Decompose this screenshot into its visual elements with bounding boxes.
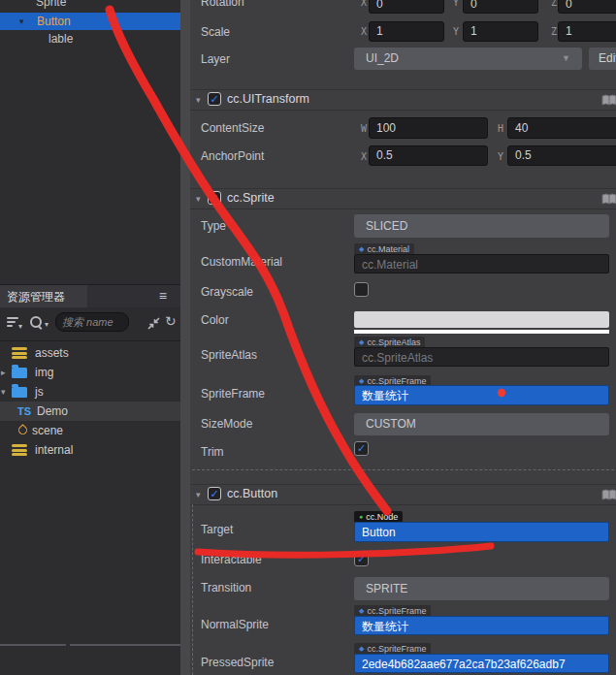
button-enabled-checkbox[interactable]: ✓ bbox=[208, 487, 221, 500]
diamond-icon: ◆ bbox=[359, 607, 364, 614]
asset-item-js[interactable]: ▾ js bbox=[0, 382, 180, 402]
contentsize-label: ContentSize bbox=[201, 121, 264, 135]
grayscale-checkbox[interactable] bbox=[354, 282, 369, 297]
asset-item-scene[interactable]: scene bbox=[0, 421, 180, 440]
contentsize-h-input[interactable]: 40 bbox=[507, 117, 616, 139]
expand-arrow-icon[interactable]: ▸ bbox=[1, 363, 6, 382]
spriteatlas-label: SpriteAtlas bbox=[201, 348, 257, 362]
spriteatlas-slot[interactable]: cc.SpriteAtlas bbox=[354, 347, 609, 367]
type-value: SLICED bbox=[366, 219, 407, 233]
dot-icon: ● bbox=[359, 513, 363, 520]
axis-x-label: X bbox=[361, 151, 367, 162]
asset-label: js bbox=[35, 382, 44, 402]
cocos-creator-editor: Sprite ▾ Button lable 资源管理器 ≡ ▾ ▾ bbox=[0, 0, 616, 675]
anchorpoint-x-input[interactable]: 0.5 bbox=[369, 145, 488, 166]
sprite-section-header[interactable]: ▾ ✓ cc.Sprite bbox=[190, 188, 616, 209]
layer-edit-button[interactable]: Edit bbox=[589, 48, 616, 70]
layer-value: UI_2D bbox=[366, 51, 399, 65]
panel-menu-icon[interactable]: ≡ bbox=[159, 288, 167, 304]
asset-item-img[interactable]: ▸ img bbox=[0, 363, 180, 382]
assets-toolbar: ▾ ▾ ↻ bbox=[0, 307, 180, 341]
hierarchy-node-lable[interactable]: lable bbox=[0, 30, 180, 48]
scale-y-input[interactable]: 1 bbox=[463, 21, 538, 42]
pressedsprite-label: PressedSprite bbox=[201, 656, 274, 669]
anchorpoint-y-input[interactable]: 0.5 bbox=[507, 145, 616, 166]
chevron-down-icon: ▼ bbox=[562, 48, 570, 70]
hierarchy-node-sprite[interactable]: Sprite bbox=[0, 0, 180, 11]
trim-checkbox[interactable]: ✓ bbox=[354, 441, 369, 456]
sprite-enabled-checkbox[interactable]: ✓ bbox=[208, 191, 221, 205]
color-swatch[interactable] bbox=[354, 311, 609, 328]
button-section-header[interactable]: ▾ ✓ cc.Button bbox=[190, 484, 616, 504]
axis-x-label: X bbox=[361, 0, 367, 8]
assets-panel-header: 资源管理器 ≡ bbox=[0, 284, 180, 308]
collapse-arrow-icon[interactable]: ▾ bbox=[19, 13, 24, 30]
target-slot[interactable]: Button bbox=[354, 522, 609, 542]
contentsize-w-input[interactable]: 100 bbox=[369, 117, 488, 139]
help-book-icon[interactable] bbox=[601, 93, 616, 111]
collapse-arrow-icon[interactable]: ▾ bbox=[196, 95, 201, 105]
bottom-splitter[interactable] bbox=[70, 644, 180, 646]
node-label: Sprite bbox=[36, 0, 66, 11]
axis-w-label: W bbox=[361, 123, 367, 134]
pressedsprite-slot[interactable]: 2ede4b682aae677a2ca7b23af626adb7 bbox=[354, 654, 609, 673]
left-panels: Sprite ▾ Button lable 资源管理器 ≡ ▾ ▾ bbox=[0, 0, 180, 675]
asset-type-tag: ◆cc.Material bbox=[354, 243, 414, 254]
type-dropdown[interactable]: SLICED bbox=[354, 214, 609, 238]
collapse-all-icon[interactable] bbox=[146, 316, 161, 335]
asset-label: internal bbox=[35, 440, 73, 460]
typescript-icon: TS bbox=[17, 402, 31, 421]
hierarchy-node-button[interactable]: ▾ Button bbox=[0, 13, 180, 30]
uitransform-section-header[interactable]: ▾ ✓ cc.UITransform bbox=[190, 89, 616, 110]
normalsprite-slot[interactable]: 数量统计 bbox=[354, 616, 609, 635]
diamond-icon: ◆ bbox=[359, 377, 364, 384]
scale-x-input[interactable]: 1 bbox=[369, 21, 444, 42]
node-label: lable bbox=[49, 30, 73, 48]
axis-y-label: Y bbox=[453, 26, 459, 37]
axis-z-label: Z bbox=[551, 26, 557, 37]
bottom-splitter[interactable] bbox=[0, 644, 66, 646]
axis-z-label: Z bbox=[551, 0, 557, 8]
collapse-arrow-icon[interactable]: ▾ bbox=[196, 490, 201, 499]
asset-type-tag: ◆cc.SpriteFrame bbox=[354, 605, 431, 616]
layer-dropdown[interactable]: UI_2D ▼ bbox=[354, 48, 582, 70]
scale-label: Scale bbox=[201, 25, 230, 39]
rotation-x-input[interactable]: 0 bbox=[369, 0, 444, 14]
collapse-arrow-icon[interactable]: ▾ bbox=[196, 194, 201, 204]
folder-icon bbox=[12, 387, 27, 398]
interactable-checkbox[interactable]: ✓ bbox=[354, 552, 369, 566]
diamond-icon: ◆ bbox=[359, 338, 364, 345]
panel-splitter[interactable] bbox=[180, 0, 190, 675]
asset-item-internal[interactable]: internal bbox=[0, 440, 180, 460]
transition-dropdown[interactable]: SPRITE bbox=[354, 577, 609, 600]
uitransform-enabled-checkbox[interactable]: ✓ bbox=[208, 92, 221, 106]
search-icon[interactable]: ▾ bbox=[30, 316, 48, 331]
sizemode-value: CUSTOM bbox=[366, 417, 416, 431]
section-dashed-border bbox=[192, 469, 614, 470]
layer-label: Layer bbox=[201, 52, 230, 66]
rotation-y-input[interactable]: 0 bbox=[463, 0, 538, 14]
node-label: Button bbox=[37, 13, 71, 30]
help-book-icon[interactable] bbox=[601, 192, 616, 209]
custommaterial-slot[interactable]: cc.Material bbox=[354, 254, 609, 273]
expand-arrow-icon[interactable]: ▾ bbox=[1, 382, 6, 402]
scene-icon bbox=[16, 424, 29, 436]
divider bbox=[190, 504, 616, 505]
spriteframe-slot[interactable]: 数量统计 bbox=[354, 385, 609, 405]
scale-z-input[interactable]: 1 bbox=[558, 21, 616, 42]
help-book-icon[interactable] bbox=[601, 488, 616, 505]
section-dashed-border bbox=[192, 504, 193, 675]
axis-x-label: X bbox=[361, 26, 367, 37]
sort-icon[interactable]: ▾ bbox=[7, 317, 22, 330]
sizemode-dropdown[interactable]: CUSTOM bbox=[354, 413, 609, 435]
anchorpoint-label: AnchorPoint bbox=[201, 149, 264, 163]
inspector-panel: Rotation X 0 Y 0 Z 0 Scale X 1 Y 1 Z 1 L… bbox=[190, 0, 616, 675]
asset-label: assets bbox=[35, 343, 69, 363]
asset-type-tag: ◆cc.SpriteAtlas bbox=[354, 337, 425, 347]
refresh-icon[interactable]: ↻ bbox=[165, 313, 177, 329]
rotation-z-input[interactable]: 0 bbox=[558, 0, 616, 14]
search-input[interactable] bbox=[55, 312, 129, 332]
axis-h-label: H bbox=[498, 123, 503, 134]
asset-item-assets[interactable]: assets bbox=[0, 343, 180, 363]
asset-item-demo[interactable]: TS Demo bbox=[0, 402, 180, 421]
